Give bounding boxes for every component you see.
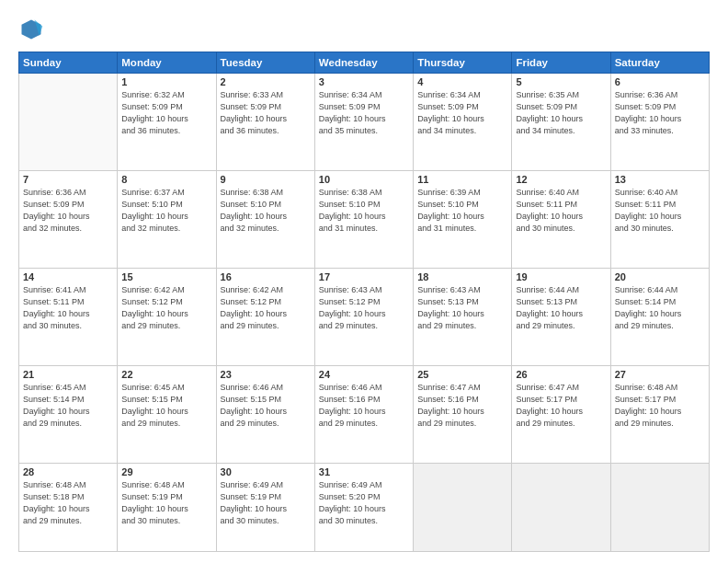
day-info: Sunrise: 6:40 AM Sunset: 5:11 PM Dayligh… (615, 187, 705, 235)
day-info: Sunrise: 6:45 AM Sunset: 5:14 PM Dayligh… (23, 382, 113, 430)
calendar-cell: 1Sunrise: 6:32 AM Sunset: 5:09 PM Daylig… (118, 74, 216, 171)
calendar-page: SundayMondayTuesdayWednesdayThursdayFrid… (0, 0, 728, 563)
day-number: 13 (615, 174, 705, 185)
weekday-header-row: SundayMondayTuesdayWednesdayThursdayFrid… (19, 52, 710, 74)
day-number: 15 (121, 271, 211, 282)
calendar-cell: 8Sunrise: 6:37 AM Sunset: 5:10 PM Daylig… (118, 170, 216, 268)
calendar-cell: 31Sunrise: 6:49 AM Sunset: 5:20 PM Dayli… (314, 463, 413, 551)
calendar-cell: 10Sunrise: 6:38 AM Sunset: 5:10 PM Dayli… (314, 170, 413, 268)
calendar-cell: 27Sunrise: 6:48 AM Sunset: 5:17 PM Dayli… (610, 365, 709, 463)
calendar-table: SundayMondayTuesdayWednesdayThursdayFrid… (18, 52, 710, 552)
weekday-header-friday: Friday (512, 52, 610, 74)
day-info: Sunrise: 6:46 AM Sunset: 5:15 PM Dayligh… (221, 382, 311, 430)
calendar-cell: 23Sunrise: 6:46 AM Sunset: 5:15 PM Dayli… (216, 365, 314, 463)
day-number: 3 (319, 76, 409, 87)
day-info: Sunrise: 6:43 AM Sunset: 5:12 PM Dayligh… (319, 284, 409, 332)
day-info: Sunrise: 6:46 AM Sunset: 5:16 PM Dayligh… (319, 382, 409, 430)
day-info: Sunrise: 6:36 AM Sunset: 5:09 PM Dayligh… (23, 187, 113, 235)
day-number: 26 (516, 369, 606, 380)
day-number: 23 (221, 369, 311, 380)
day-info: Sunrise: 6:44 AM Sunset: 5:13 PM Dayligh… (516, 284, 606, 332)
weekday-header-saturday: Saturday (610, 52, 709, 74)
calendar-cell: 9Sunrise: 6:38 AM Sunset: 5:10 PM Daylig… (216, 170, 314, 268)
day-info: Sunrise: 6:33 AM Sunset: 5:09 PM Dayligh… (221, 89, 311, 137)
calendar-cell: 7Sunrise: 6:36 AM Sunset: 5:09 PM Daylig… (19, 170, 118, 268)
day-number: 25 (417, 369, 507, 380)
calendar-cell: 15Sunrise: 6:42 AM Sunset: 5:12 PM Dayli… (118, 268, 216, 365)
day-number: 4 (417, 76, 507, 87)
day-info: Sunrise: 6:49 AM Sunset: 5:20 PM Dayligh… (319, 479, 409, 527)
day-number: 31 (319, 466, 409, 477)
day-number: 8 (121, 174, 211, 185)
day-info: Sunrise: 6:42 AM Sunset: 5:12 PM Dayligh… (221, 284, 311, 332)
calendar-cell: 24Sunrise: 6:46 AM Sunset: 5:16 PM Dayli… (314, 365, 413, 463)
header (18, 17, 710, 42)
weekday-header-thursday: Thursday (414, 52, 512, 74)
calendar-cell: 20Sunrise: 6:44 AM Sunset: 5:14 PM Dayli… (610, 268, 709, 365)
day-number: 16 (221, 271, 311, 282)
day-info: Sunrise: 6:35 AM Sunset: 5:09 PM Dayligh… (516, 89, 606, 137)
logo (18, 17, 48, 42)
day-info: Sunrise: 6:36 AM Sunset: 5:09 PM Dayligh… (615, 89, 705, 137)
day-info: Sunrise: 6:43 AM Sunset: 5:13 PM Dayligh… (417, 284, 507, 332)
day-number: 7 (23, 174, 113, 185)
day-number: 30 (221, 466, 311, 477)
day-number: 18 (417, 271, 507, 282)
day-info: Sunrise: 6:38 AM Sunset: 5:10 PM Dayligh… (221, 187, 311, 235)
weekday-header-sunday: Sunday (19, 52, 118, 74)
day-info: Sunrise: 6:48 AM Sunset: 5:17 PM Dayligh… (615, 382, 705, 430)
day-number: 10 (319, 174, 409, 185)
day-number: 21 (23, 369, 113, 380)
calendar-cell: 26Sunrise: 6:47 AM Sunset: 5:17 PM Dayli… (512, 365, 610, 463)
day-number: 28 (23, 466, 113, 477)
day-info: Sunrise: 6:45 AM Sunset: 5:15 PM Dayligh… (121, 382, 211, 430)
weekday-header-monday: Monday (118, 52, 216, 74)
calendar-cell: 17Sunrise: 6:43 AM Sunset: 5:12 PM Dayli… (314, 268, 413, 365)
day-number: 24 (319, 369, 409, 380)
day-number: 5 (516, 76, 606, 87)
calendar-cell: 21Sunrise: 6:45 AM Sunset: 5:14 PM Dayli… (19, 365, 118, 463)
calendar-cell: 13Sunrise: 6:40 AM Sunset: 5:11 PM Dayli… (610, 170, 709, 268)
calendar-cell: 25Sunrise: 6:47 AM Sunset: 5:16 PM Dayli… (414, 365, 512, 463)
day-info: Sunrise: 6:49 AM Sunset: 5:19 PM Dayligh… (221, 479, 311, 527)
day-number: 9 (221, 174, 311, 185)
day-number: 22 (121, 369, 211, 380)
calendar-cell (19, 74, 118, 171)
weekday-header-tuesday: Tuesday (216, 52, 314, 74)
day-info: Sunrise: 6:32 AM Sunset: 5:09 PM Dayligh… (121, 89, 211, 137)
day-number: 20 (615, 271, 705, 282)
calendar-cell (414, 463, 512, 551)
day-info: Sunrise: 6:40 AM Sunset: 5:11 PM Dayligh… (516, 187, 606, 235)
calendar-cell: 6Sunrise: 6:36 AM Sunset: 5:09 PM Daylig… (610, 74, 709, 171)
calendar-cell: 28Sunrise: 6:48 AM Sunset: 5:18 PM Dayli… (19, 463, 118, 551)
day-info: Sunrise: 6:38 AM Sunset: 5:10 PM Dayligh… (319, 187, 409, 235)
day-info: Sunrise: 6:39 AM Sunset: 5:10 PM Dayligh… (417, 187, 507, 235)
calendar-cell: 11Sunrise: 6:39 AM Sunset: 5:10 PM Dayli… (414, 170, 512, 268)
day-info: Sunrise: 6:47 AM Sunset: 5:17 PM Dayligh… (516, 382, 606, 430)
day-number: 12 (516, 174, 606, 185)
calendar-cell: 12Sunrise: 6:40 AM Sunset: 5:11 PM Dayli… (512, 170, 610, 268)
calendar-cell: 18Sunrise: 6:43 AM Sunset: 5:13 PM Dayli… (414, 268, 512, 365)
day-number: 1 (121, 76, 211, 87)
day-info: Sunrise: 6:47 AM Sunset: 5:16 PM Dayligh… (417, 382, 507, 430)
day-number: 11 (417, 174, 507, 185)
calendar-cell: 29Sunrise: 6:48 AM Sunset: 5:19 PM Dayli… (118, 463, 216, 551)
day-info: Sunrise: 6:41 AM Sunset: 5:11 PM Dayligh… (23, 284, 113, 332)
day-number: 19 (516, 271, 606, 282)
day-info: Sunrise: 6:34 AM Sunset: 5:09 PM Dayligh… (319, 89, 409, 137)
day-number: 14 (23, 271, 113, 282)
calendar-cell: 19Sunrise: 6:44 AM Sunset: 5:13 PM Dayli… (512, 268, 610, 365)
calendar-cell: 16Sunrise: 6:42 AM Sunset: 5:12 PM Dayli… (216, 268, 314, 365)
calendar-cell: 2Sunrise: 6:33 AM Sunset: 5:09 PM Daylig… (216, 74, 314, 171)
logo-icon (18, 17, 44, 42)
day-number: 2 (221, 76, 311, 87)
calendar-cell: 22Sunrise: 6:45 AM Sunset: 5:15 PM Dayli… (118, 365, 216, 463)
day-number: 17 (319, 271, 409, 282)
calendar-cell: 30Sunrise: 6:49 AM Sunset: 5:19 PM Dayli… (216, 463, 314, 551)
day-info: Sunrise: 6:37 AM Sunset: 5:10 PM Dayligh… (121, 187, 211, 235)
weekday-header-wednesday: Wednesday (314, 52, 413, 74)
day-info: Sunrise: 6:42 AM Sunset: 5:12 PM Dayligh… (121, 284, 211, 332)
day-info: Sunrise: 6:48 AM Sunset: 5:18 PM Dayligh… (23, 479, 113, 527)
calendar-cell: 3Sunrise: 6:34 AM Sunset: 5:09 PM Daylig… (314, 74, 413, 171)
day-info: Sunrise: 6:44 AM Sunset: 5:14 PM Dayligh… (615, 284, 705, 332)
